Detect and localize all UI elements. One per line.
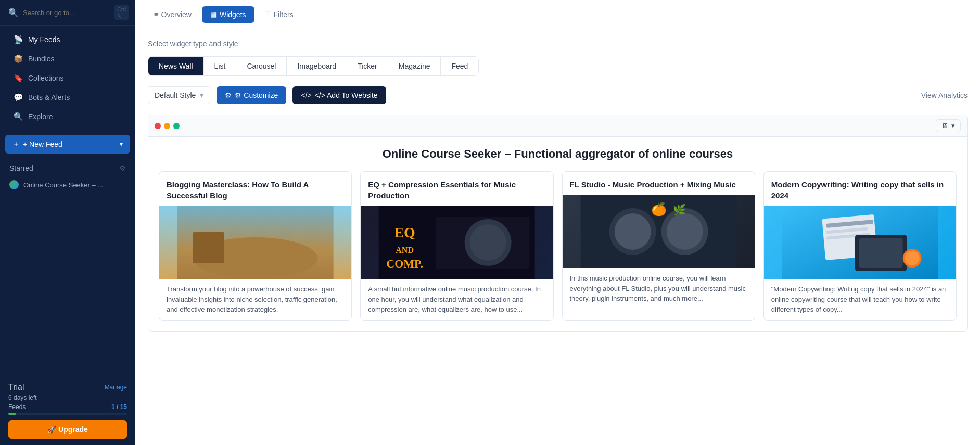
sidebar-item-label: Collections bbox=[28, 74, 63, 82]
sidebar-item-bots-alerts[interactable]: 💬 Bots & Alerts bbox=[4, 88, 131, 107]
customize-label: ⚙ Customize bbox=[235, 91, 278, 99]
preview-title: Online Course Seeker – Functional aggreg… bbox=[159, 147, 957, 161]
progress-bar bbox=[8, 413, 127, 415]
widget-tabs: News Wall List Carousel Imageboard Ticke… bbox=[148, 56, 479, 76]
bundles-icon: 📦 bbox=[14, 54, 23, 63]
tab-filters[interactable]: ⊤ Filters bbox=[257, 6, 302, 23]
traffic-lights bbox=[155, 123, 180, 129]
starred-header: Starred ⚙ bbox=[0, 160, 135, 176]
sidebar-item-label: Bots & Alerts bbox=[28, 93, 70, 101]
svg-text:COMP.: COMP. bbox=[387, 257, 424, 270]
sidebar-item-collections[interactable]: 🔖 Collections bbox=[4, 69, 131, 87]
tab-overview-label: Overview bbox=[161, 10, 192, 19]
sidebar-item-my-feeds[interactable]: 📡 My Feeds bbox=[4, 30, 131, 49]
card-desc: Transform your blog into a powerhouse of… bbox=[159, 279, 351, 320]
view-analytics-link[interactable]: View Analytics bbox=[921, 91, 968, 99]
customize-button[interactable]: ⚙ ⚙ Customize bbox=[217, 86, 286, 104]
starred-section: Starred ⚙ Online Course Seeker – ... bbox=[0, 158, 135, 195]
overview-icon: ≡ bbox=[154, 10, 158, 18]
widget-tab-ticker[interactable]: Ticker bbox=[347, 57, 388, 75]
svg-point-26 bbox=[905, 251, 919, 265]
widget-tab-imageboard[interactable]: Imageboard bbox=[287, 57, 347, 75]
card-image-fl: 🍊 🌿 bbox=[563, 195, 755, 268]
collections-icon: 🔖 bbox=[14, 73, 23, 83]
widgets-icon: ▦ bbox=[210, 10, 217, 18]
card-title: EQ + Compression Essentials for Music Pr… bbox=[361, 172, 553, 206]
add-to-website-button[interactable]: </> </> Add To Website bbox=[292, 86, 386, 104]
feed-avatar bbox=[9, 180, 19, 189]
gear-icon[interactable]: ⚙ bbox=[119, 164, 126, 172]
svg-text:AND: AND bbox=[396, 246, 414, 255]
sidebar: 🔍 Ctrl K 📡 My Feeds 📦 Bundles 🔖 Collecti… bbox=[0, 0, 135, 445]
widget-tab-list[interactable]: List bbox=[204, 57, 237, 75]
tab-filters-label: Filters bbox=[274, 10, 294, 19]
trial-row: Trial Manage bbox=[8, 383, 127, 392]
sidebar-footer: Trial Manage 6 days left Feeds 1 / 15 🚀 … bbox=[0, 376, 135, 445]
sidebar-item-bundles[interactable]: 📦 Bundles bbox=[4, 49, 131, 68]
feeds-row: Feeds 1 / 15 bbox=[8, 403, 127, 411]
trial-label: Trial bbox=[8, 383, 24, 392]
tab-widgets[interactable]: ▦ Widgets bbox=[202, 6, 254, 23]
sidebar-item-explore[interactable]: 🔍 Explore bbox=[4, 107, 131, 126]
add-website-label: </> Add To Website bbox=[315, 91, 378, 99]
style-select-value: Default Style bbox=[155, 91, 196, 99]
traffic-light-red bbox=[155, 123, 161, 129]
style-select[interactable]: Default Style ▾ bbox=[148, 86, 210, 104]
card-4[interactable]: Modern Copywriting: Writing copy that se… bbox=[763, 171, 957, 321]
card-image-blog bbox=[159, 206, 351, 279]
svg-rect-24 bbox=[859, 238, 902, 268]
toolbar: Default Style ▾ ⚙ ⚙ Customize </> </> Ad… bbox=[148, 86, 968, 104]
widget-tab-feed[interactable]: Feed bbox=[441, 57, 478, 75]
manage-link[interactable]: Manage bbox=[105, 384, 127, 391]
traffic-light-yellow bbox=[164, 123, 170, 129]
upgrade-button[interactable]: 🚀 Upgrade bbox=[8, 420, 127, 439]
cards-grid: Blogging Masterclass: How To Build A Suc… bbox=[159, 171, 957, 321]
widget-tab-carousel[interactable]: Carousel bbox=[236, 57, 287, 75]
card-desc: A small but informative online music pro… bbox=[361, 279, 553, 320]
feed-item-online-course[interactable]: Online Course Seeker – ... bbox=[0, 176, 135, 193]
card-image-eq: EQ AND COMP. bbox=[361, 206, 553, 279]
sidebar-item-label: Bundles bbox=[28, 55, 55, 63]
sidebar-item-label: Explore bbox=[28, 112, 53, 121]
preview-content: Online Course Seeker – Functional aggreg… bbox=[148, 137, 967, 331]
chevron-down-icon: ▾ bbox=[120, 141, 123, 148]
feeds-icon: 📡 bbox=[14, 35, 23, 44]
new-feed-button[interactable]: ＋ + New Feed ▾ bbox=[5, 135, 130, 154]
card-1[interactable]: Blogging Masterclass: How To Build A Suc… bbox=[159, 171, 352, 321]
feeds-label: Feeds bbox=[8, 403, 26, 411]
widget-tab-news-wall[interactable]: News Wall bbox=[148, 57, 204, 75]
select-widget-label: Select widget type and style bbox=[148, 40, 968, 48]
tab-overview[interactable]: ≡ Overview bbox=[146, 6, 200, 23]
traffic-light-green bbox=[173, 123, 180, 129]
filters-icon: ⊤ bbox=[265, 10, 271, 18]
search-input[interactable] bbox=[23, 9, 110, 17]
feed-item-label: Online Course Seeker – ... bbox=[23, 181, 103, 189]
svg-text:EQ: EQ bbox=[394, 224, 415, 240]
add-website-icon: </> bbox=[301, 91, 311, 99]
widget-tab-magazine[interactable]: Magazine bbox=[388, 57, 441, 75]
chevron-down-icon: ▾ bbox=[200, 91, 203, 99]
card-2[interactable]: EQ + Compression Essentials for Music Pr… bbox=[360, 171, 553, 321]
chevron-down-icon: ▾ bbox=[951, 122, 955, 130]
preview-titlebar: 🖥 ▾ bbox=[148, 115, 967, 137]
main-content: ≡ Overview ▦ Widgets ⊤ Filters Select wi… bbox=[135, 0, 980, 445]
svg-point-15 bbox=[666, 213, 703, 250]
top-nav: ≡ Overview ▦ Widgets ⊤ Filters bbox=[135, 0, 980, 29]
card-3[interactable]: FL Studio - Music Production + Mixing Mu… bbox=[562, 171, 755, 321]
trial-days: 6 days left bbox=[8, 394, 127, 401]
card-title: FL Studio - Music Production + Mixing Mu… bbox=[563, 172, 755, 195]
explore-icon: 🔍 bbox=[14, 112, 23, 121]
card-image-copy bbox=[764, 206, 956, 279]
card-title: Blogging Masterclass: How To Build A Suc… bbox=[159, 172, 351, 206]
widget-area: Select widget type and style News Wall L… bbox=[135, 29, 980, 445]
search-icon: 🔍 bbox=[8, 8, 19, 18]
card-desc: "Modern Copywriting: Writing copy that s… bbox=[764, 279, 956, 320]
device-switcher[interactable]: 🖥 ▾ bbox=[936, 119, 961, 132]
svg-point-13 bbox=[614, 213, 651, 250]
card-title: Modern Copywriting: Writing copy that se… bbox=[764, 172, 956, 206]
sidebar-nav: 📡 My Feeds 📦 Bundles 🔖 Collections 💬 Bot… bbox=[0, 26, 135, 131]
bots-icon: 💬 bbox=[14, 93, 23, 102]
feeds-count: 1 / 15 bbox=[111, 403, 127, 411]
sidebar-item-label: My Feeds bbox=[28, 35, 60, 44]
search-bar[interactable]: 🔍 Ctrl K bbox=[0, 0, 135, 26]
